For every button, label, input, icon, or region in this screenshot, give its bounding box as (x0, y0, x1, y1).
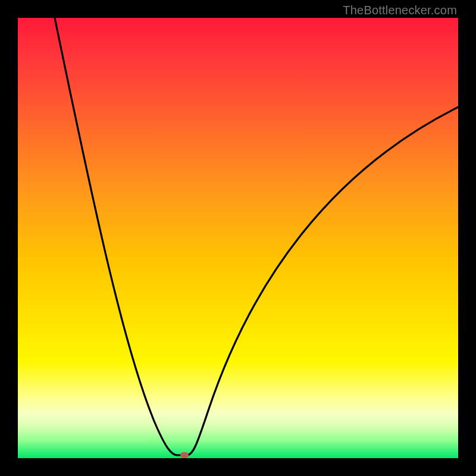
watermark-text: TheBottlenecker.com (343, 4, 457, 17)
curve-svg (18, 18, 458, 458)
bottleneck-curve (55, 18, 458, 455)
chart-frame: TheBottlenecker.com (0, 0, 476, 476)
minimum-marker (180, 452, 189, 458)
plot-area (18, 18, 458, 458)
